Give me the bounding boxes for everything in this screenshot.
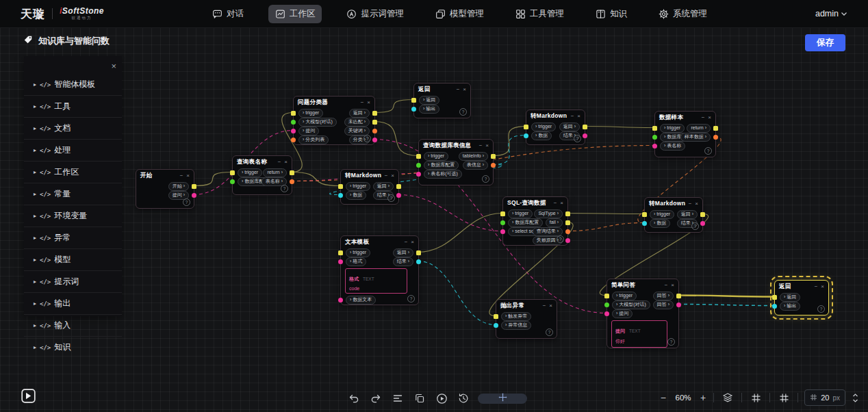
port-marker-pink[interactable] [676,302,681,307]
close-icon[interactable]: × [463,87,466,92]
palette-item[interactable]: ▸</>处理 [24,139,122,161]
minimize-icon[interactable]: − [457,87,460,92]
palette-item[interactable]: ▸</>智能体模板 [24,74,122,95]
node-转Markdown[interactable]: 转Markdown−×› trigger› 数据返回 ›结果 ›? [526,110,585,145]
port-marker-green[interactable] [291,120,296,125]
port-marker-pink[interactable] [700,221,705,226]
minimize-icon[interactable]: − [702,115,705,120]
help-icon[interactable]: ? [691,222,699,230]
palette-item[interactable]: ▸</>文档 [24,117,122,139]
redo-icon[interactable] [368,391,383,406]
node-抛出异常[interactable]: 抛出异常−×› 触发异常› 异常信息? [496,299,557,339]
port-marker-cyan[interactable] [772,304,777,309]
help-icon[interactable]: ? [281,185,288,192]
port-marker-pink[interactable] [396,193,401,198]
port-marker-green[interactable] [500,220,505,225]
help-icon[interactable]: ? [459,108,467,116]
nav-item-tools[interactable]: 工具管理 [509,5,571,23]
minimize-icon[interactable]: − [815,284,818,289]
help-icon[interactable]: ? [667,338,675,346]
node-简单问答[interactable]: 简单问答−×› trigger› 大模型(对话)› 提问提问TEXT你好回答 ›… [607,279,679,348]
port-marker-yellow[interactable] [772,295,777,300]
close-icon[interactable]: × [671,283,674,288]
port-marker-yellow[interactable] [494,314,498,319]
close-icon[interactable]: × [560,201,563,206]
port-marker-orange[interactable] [291,138,296,142]
port-marker-yellow[interactable] [713,126,718,131]
port-marker-yellow[interactable] [338,184,343,189]
admin-menu[interactable]: admin [815,9,868,18]
minimize-icon[interactable]: − [405,240,408,245]
node-查询表名称[interactable]: 查询表名称−×› trigger› 数据库配置return ›表名称 ›? [232,155,292,195]
snap-grid-icon[interactable] [748,390,763,405]
close-icon[interactable]: × [284,159,288,165]
close-icon[interactable]: × [391,173,394,179]
palette-item[interactable]: ▸</>模型 [24,248,122,270]
port-marker-orange[interactable] [290,179,294,184]
palette-item[interactable]: ▸</>异常 [24,227,122,248]
node-返回[interactable]: 返回−×› 返回› 输出? [413,83,471,118]
canvas-grid[interactable] [0,0,868,412]
undo-icon[interactable] [346,391,361,406]
help-icon[interactable]: ? [817,305,825,313]
node-config-box[interactable]: 提问TEXT你好 [611,320,667,348]
run-icon[interactable] [434,391,449,406]
zoom-out-button[interactable]: − [659,392,667,403]
port-marker-yellow[interactable] [491,154,496,159]
port-marker-cyan[interactable] [411,107,416,112]
minimize-icon[interactable]: − [361,100,364,105]
port-marker-yellow[interactable] [372,120,377,125]
port-marker-orange[interactable] [565,229,570,234]
port-marker-yellow[interactable] [565,211,570,216]
minimize-icon[interactable]: − [278,159,281,165]
node-返回[interactable]: 返回−×› 返回› 输出? [774,280,829,316]
port-marker-pink[interactable] [338,298,343,302]
port-marker-yellow[interactable] [676,294,681,298]
close-icon[interactable]: × [577,114,580,119]
node-转Markdown[interactable]: 转Markdown−×› trigger› 数据返回 ›结果 ›? [340,169,399,205]
port-marker-pink[interactable] [500,229,505,234]
palette-item[interactable]: ▸</>提示词 [24,270,122,292]
close-icon[interactable]: × [708,115,711,120]
zoom-in-button[interactable]: + [699,392,707,403]
nav-item-chat[interactable]: 对话 [205,5,251,23]
port-marker-yellow[interactable] [652,126,657,131]
spacing-stepper[interactable] [852,390,858,405]
help-icon[interactable]: ? [183,198,190,206]
palette-item[interactable]: ▸</>工作区 [24,161,122,183]
palette-item[interactable]: ▸</>输入 [24,314,122,336]
nav-item-system[interactable]: 系统管理 [652,5,714,23]
port-marker-green[interactable] [230,179,235,184]
node-开始[interactable]: 开始−×开始 ›提问 ›? [136,169,194,209]
help-icon[interactable]: ? [557,235,564,243]
port-marker-yellow[interactable] [291,111,296,116]
minimize-icon[interactable]: − [665,283,668,288]
history-icon[interactable] [456,391,471,406]
port-marker-yellow[interactable] [192,184,196,189]
palette-item[interactable]: ▸</>常量 [24,183,122,205]
node-SQL-查询数据[interactable]: SQL-查询数据−×› trigger› 数据库配置› select sqlSq… [502,196,568,246]
port-marker-orange[interactable] [372,129,377,133]
nav-item-prompt[interactable]: 提示词管理 [340,5,411,23]
port-marker-green[interactable] [416,163,421,168]
port-marker-cyan[interactable] [416,259,421,264]
port-marker-pink[interactable] [192,193,196,198]
layers-icon[interactable] [720,390,735,405]
close-icon[interactable]: × [549,303,552,309]
node-查询数据库表信息[interactable]: 查询数据库表信息−×› trigger› 数据库配置› 表名称(可选)table… [418,139,494,185]
port-marker-orange[interactable] [491,163,496,168]
port-marker-yellow[interactable] [500,211,505,216]
help-icon[interactable]: ? [482,175,489,183]
help-icon[interactable]: ? [407,295,415,302]
close-icon[interactable]: × [485,143,489,149]
port-marker-pink[interactable] [604,311,609,316]
palette-item[interactable]: ▸</>输出 [24,292,122,314]
minimize-icon[interactable]: − [571,114,574,119]
port-marker-yellow[interactable] [642,212,647,217]
help-icon[interactable]: ? [546,329,553,336]
nav-item-workspace[interactable]: 工作区 [268,5,322,23]
close-icon[interactable]: × [695,201,698,207]
close-icon[interactable]: × [411,240,414,245]
port-marker-pink[interactable] [565,238,570,243]
close-icon[interactable]: × [111,62,116,70]
